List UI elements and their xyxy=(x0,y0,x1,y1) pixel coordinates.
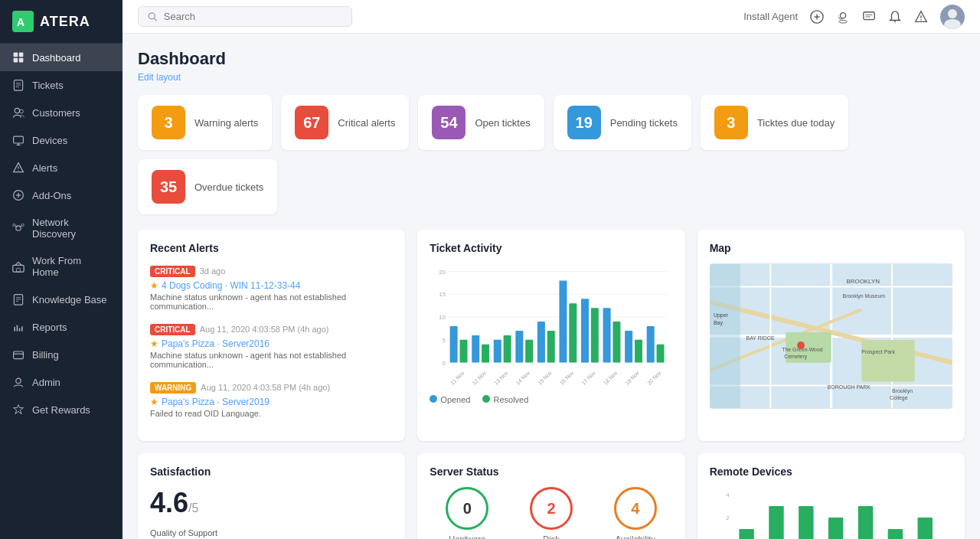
alerts-nav-icon xyxy=(12,162,24,174)
svg-line-40 xyxy=(154,18,156,21)
sidebar-item-reports[interactable]: Reports xyxy=(0,313,122,341)
svg-rect-2 xyxy=(14,53,18,57)
svg-text:15 Nov: 15 Nov xyxy=(537,370,554,386)
search-box[interactable] xyxy=(138,6,352,27)
sidebar-item-devices[interactable]: Devices xyxy=(0,126,122,154)
svg-point-51 xyxy=(920,19,921,20)
svg-rect-73 xyxy=(516,331,524,363)
search-input[interactable] xyxy=(164,11,342,22)
svg-rect-83 xyxy=(591,308,599,362)
svg-text:19 Nov: 19 Nov xyxy=(625,370,641,386)
satisfaction-score: 4.6 xyxy=(150,487,188,518)
avatar[interactable] xyxy=(940,5,965,29)
sidebar-item-addons[interactable]: Add-Ons xyxy=(0,181,122,209)
recent-alerts-title: Recent Alerts xyxy=(150,242,393,254)
summary-badge-warning: 3 xyxy=(152,106,185,139)
summary-badge-open: 54 xyxy=(432,106,466,139)
svg-text:Bay: Bay xyxy=(714,320,723,326)
summary-card-overdue: 35 Overdue tickets xyxy=(138,159,277,214)
svg-rect-127 xyxy=(769,506,783,539)
satisfaction-max: /5 xyxy=(188,501,198,514)
warning-icon[interactable] xyxy=(914,10,928,24)
summary-card-open: 54 Open ticktes xyxy=(418,95,544,150)
svg-rect-92 xyxy=(657,345,665,363)
plus-icon[interactable] xyxy=(810,10,824,24)
recent-alerts-card: Recent Alerts CRITICAL3d ago ★4 Dogs Cod… xyxy=(138,230,405,441)
svg-text:13 Nov: 13 Nov xyxy=(494,370,510,386)
svg-text:0: 0 xyxy=(443,360,446,367)
nav-label-billing: Billing xyxy=(32,349,59,361)
alert-item-2: WARNINGAug 11, 2020 4:03:58 PM (4h ago) … xyxy=(150,380,393,418)
ticket-chart: 2015105011 Nov12 Nov13 Nov14 Nov15 Nov16… xyxy=(430,263,672,386)
summary-label-pending: Pending tickets xyxy=(610,117,678,129)
wfh-nav-icon xyxy=(12,260,24,273)
nav-label-tickets: Tickets xyxy=(32,80,64,91)
sidebar-item-admin[interactable]: Admin xyxy=(0,368,122,396)
logo-text: ATERA xyxy=(40,14,90,30)
svg-rect-68 xyxy=(482,345,489,363)
customers-nav-icon xyxy=(12,106,24,119)
server-name-1: Disk xyxy=(543,534,559,539)
svg-rect-4 xyxy=(14,58,18,63)
svg-rect-139 xyxy=(887,529,902,539)
svg-text:20: 20 xyxy=(439,269,446,276)
summary-label-critical: Critical alerts xyxy=(338,117,395,129)
sidebar-item-wfh[interactable]: Work From Home xyxy=(0,247,122,286)
nav-label-customers: Customers xyxy=(32,107,80,119)
svg-text:2: 2 xyxy=(726,514,730,521)
network-nav-icon xyxy=(12,222,24,234)
satisfaction-bars: Quality of Support 4.6/5 Technician Know… xyxy=(150,528,393,539)
sidebar-item-billing[interactable]: Billing xyxy=(0,341,122,368)
alert-badge-2: WARNING xyxy=(150,382,196,394)
sidebar-item-customers[interactable]: Customers xyxy=(0,99,122,126)
sidebar-item-network[interactable]: Network Discovery xyxy=(0,209,122,247)
svg-point-16 xyxy=(18,170,18,171)
location-icon[interactable] xyxy=(836,10,850,24)
install-agent-button[interactable]: Install Agent xyxy=(743,11,798,22)
summary-label-overdue: Overdue tickets xyxy=(194,181,263,193)
svg-point-44 xyxy=(840,12,845,18)
server-status-card: Server Status 0 Hardware 2 Disk 4 Availa… xyxy=(417,453,684,539)
svg-point-52 xyxy=(948,9,957,18)
svg-text:Brooklyn: Brooklyn xyxy=(892,388,913,394)
nav-label-admin: Admin xyxy=(32,377,60,388)
alert-device-1[interactable]: ★Papa's Pizza · Server2016 xyxy=(150,338,393,349)
alert-device-0[interactable]: ★4 Dogs Coding · WIN 11-12-33-44 xyxy=(150,280,393,291)
nav-label-wfh: Work From Home xyxy=(32,255,110,278)
sidebar-item-dashboard[interactable]: Dashboard xyxy=(0,44,122,71)
search-icon xyxy=(148,11,158,22)
bell-icon[interactable] xyxy=(888,10,902,24)
edit-layout-link[interactable]: Edit layout xyxy=(138,72,965,83)
sidebar-item-rewards[interactable]: Get Rewards xyxy=(0,396,122,423)
summary-label-warning: Warning alerts xyxy=(194,117,258,129)
legend-resolved: Resolved xyxy=(482,392,528,406)
server-ring-1: 2 xyxy=(530,487,573,530)
svg-text:Cemetery: Cemetery xyxy=(784,354,808,360)
alert-time-1: Aug 11, 2020 4:03:58 PM (4h ago) xyxy=(200,325,329,334)
server-ring-2: 4 xyxy=(614,487,657,530)
sidebar-item-tickets[interactable]: Tickets xyxy=(0,71,122,99)
server-grid: 0 Hardware 2 Disk 4 Availability 1 Perfo… xyxy=(430,487,672,539)
kb-nav-icon xyxy=(12,293,24,305)
svg-rect-105 xyxy=(861,340,914,382)
svg-rect-5 xyxy=(19,58,24,63)
svg-rect-35 xyxy=(14,351,24,359)
map-display: BROOKLYN Brooklyn Museum The Green-Wood … xyxy=(710,263,952,409)
alert-item-0: CRITICAL3d ago ★4 Dogs Coding · WIN 11-1… xyxy=(150,263,393,311)
alert-device-2[interactable]: ★Papa's Pizza · Server2019 xyxy=(150,397,393,407)
rewards-nav-icon xyxy=(12,403,24,416)
nav-label-reports: Reports xyxy=(32,322,67,333)
svg-rect-3 xyxy=(19,53,24,57)
ticket-activity-title: Ticket Activity xyxy=(430,242,672,254)
svg-rect-82 xyxy=(581,299,589,362)
sat-bar-label-0: Quality of Support xyxy=(150,528,393,537)
svg-rect-70 xyxy=(494,340,501,363)
sidebar-item-kb[interactable]: Knowledge Base xyxy=(0,286,122,313)
svg-text:17 Nov: 17 Nov xyxy=(581,370,597,386)
svg-rect-103 xyxy=(710,264,740,408)
svg-rect-124 xyxy=(739,529,753,539)
sidebar-item-alerts[interactable]: Alerts xyxy=(0,154,122,181)
chat-icon[interactable] xyxy=(862,10,876,24)
summary-card-due: 3 Ticktes due today xyxy=(701,95,848,150)
logo: A ATERA xyxy=(0,0,122,44)
